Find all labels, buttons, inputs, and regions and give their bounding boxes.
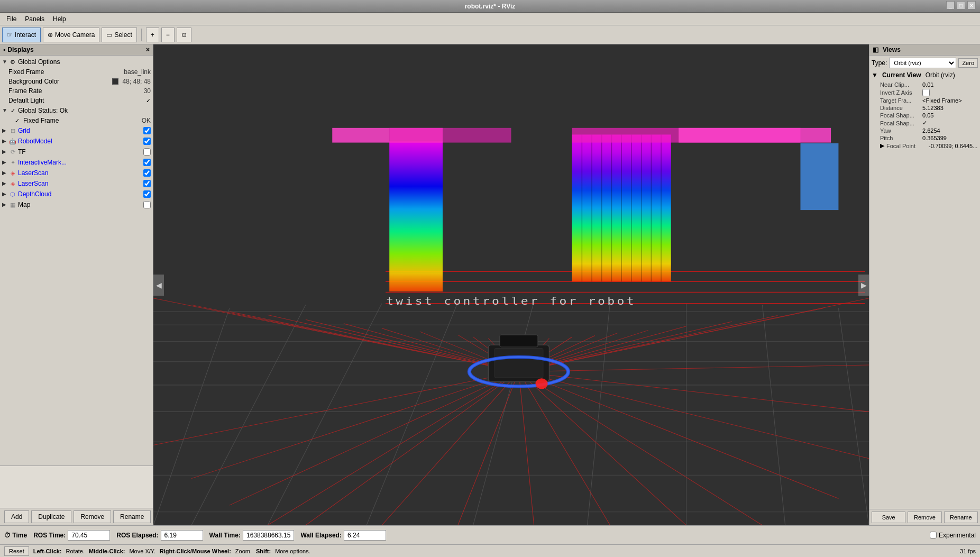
- viewport-arrow-left[interactable]: ◀: [153, 275, 164, 296]
- global-options-icon: ⚙: [8, 58, 17, 66]
- prop-focal-point[interactable]: ▶ Focal Point -0.70099; 0.6445...: [872, 142, 978, 150]
- time-header: ⏱ Time: [4, 532, 27, 539]
- map-row[interactable]: ▶ ▦ Map: [0, 199, 153, 210]
- views-save-button[interactable]: Save: [872, 512, 905, 523]
- tf-checkbox[interactable]: [143, 148, 151, 156]
- remove-display-button[interactable]: Remove: [74, 510, 111, 523]
- 3d-viewport[interactable]: twist controller for robot ◀ ▶: [153, 44, 869, 525]
- select-button[interactable]: ▭ Select: [102, 28, 136, 42]
- laserscan2-label: LaserScan: [18, 180, 141, 187]
- robotmodel-label: RobotModel: [18, 138, 141, 145]
- displays-close-icon[interactable]: ×: [146, 46, 150, 53]
- views-remove-button[interactable]: Remove: [908, 512, 941, 523]
- global-status-label: Global Status: Ok: [18, 107, 151, 114]
- menu-panels[interactable]: Panels: [21, 14, 49, 24]
- add-display-button[interactable]: Add: [4, 510, 29, 523]
- tf-icon: ⟳: [8, 148, 17, 156]
- global-options-expand[interactable]: ▼: [2, 59, 8, 65]
- zoom-out-button[interactable]: −: [161, 28, 175, 42]
- views-rename-button[interactable]: Rename: [944, 512, 978, 523]
- right-click-desc: Zoom.: [235, 548, 252, 554]
- grid-checkbox[interactable]: [143, 127, 151, 134]
- laserscan1-icon: ◈: [8, 169, 17, 177]
- reset-button[interactable]: Reset: [4, 546, 29, 556]
- displays-bottom-area: [0, 465, 153, 508]
- laserscan1-checkbox[interactable]: [143, 169, 151, 177]
- frame-rate-row[interactable]: Frame Rate 30: [0, 86, 153, 96]
- views-zero-button[interactable]: Zero: [958, 58, 978, 68]
- laserscan1-expand[interactable]: ▶: [2, 170, 8, 176]
- interactivemark-row[interactable]: ▶ ✦ InteractiveMark...: [0, 157, 153, 168]
- menu-help[interactable]: Help: [49, 14, 70, 24]
- distance-value: 5.12383: [922, 105, 978, 111]
- robotmodel-row[interactable]: ▶ 🤖 RobotModel: [0, 136, 153, 147]
- maximize-btn[interactable]: □: [957, 1, 965, 10]
- select-icon: ▭: [106, 31, 112, 39]
- tf-label: TF: [18, 148, 141, 156]
- pitch-value: 0.365399: [922, 135, 978, 141]
- gs-fixed-frame-row[interactable]: ✓ Fixed Frame OK: [0, 116, 153, 125]
- focal-shape1-label: Focal Shap...: [880, 112, 922, 118]
- map-expand[interactable]: ▶: [2, 202, 8, 208]
- robotmodel-expand[interactable]: ▶: [2, 138, 8, 144]
- tf-row[interactable]: ▶ ⟳ TF: [0, 147, 153, 157]
- laserscan2-checkbox[interactable]: [143, 180, 151, 187]
- interactivemark-expand[interactable]: ▶: [2, 159, 8, 166]
- grid-row[interactable]: ▶ ⊞ Grid: [0, 125, 153, 136]
- viewport-arrow-right[interactable]: ▶: [858, 275, 869, 296]
- interactivemark-checkbox[interactable]: [143, 159, 151, 166]
- views-panel-title: Views: [883, 46, 977, 53]
- bg-color-row[interactable]: Background Color 48; 48; 48: [0, 77, 153, 86]
- minimize-btn[interactable]: _: [946, 1, 955, 10]
- laserscan1-row[interactable]: ▶ ◈ LaserScan: [0, 168, 153, 178]
- views-type-select[interactable]: Orbit (rviz): [889, 58, 956, 68]
- invert-z-checkbox[interactable]: [922, 89, 930, 96]
- experimental-field: Experimental: [930, 532, 976, 539]
- global-status-row[interactable]: ▼ ✓ Global Status: Ok: [0, 105, 153, 116]
- window-title: robot.rviz* - RViz: [465, 3, 516, 10]
- robotmodel-checkbox[interactable]: [143, 138, 151, 145]
- depthcloud-checkbox[interactable]: [143, 190, 151, 198]
- map-icon: ▦: [8, 200, 17, 209]
- global-options-row[interactable]: ▼ ⚙ Global Options: [0, 57, 153, 67]
- invert-z-label: Invert Z Axis: [880, 89, 922, 96]
- rename-display-button[interactable]: Rename: [113, 510, 151, 523]
- svg-rect-76: [679, 128, 831, 143]
- middle-click-label: Middle-Click:: [89, 548, 125, 554]
- yaw-label: Yaw: [880, 127, 922, 134]
- ros-time-label: ROS Time:: [33, 532, 66, 539]
- menu-file[interactable]: File: [2, 14, 21, 24]
- close-btn[interactable]: ×: [967, 1, 976, 10]
- laserscan2-expand[interactable]: ▶: [2, 180, 8, 187]
- zoom-in-button[interactable]: +: [146, 28, 159, 42]
- move-camera-button[interactable]: ⊕ Move Camera: [43, 28, 99, 42]
- default-light-row[interactable]: Default Light ✓: [0, 96, 153, 105]
- global-options-label: Global Options: [18, 58, 151, 66]
- svg-rect-64: [389, 128, 511, 143]
- depthcloud-row[interactable]: ▶ ⬡ DepthCloud: [0, 189, 153, 199]
- current-view-expand[interactable]: ▼: [872, 71, 878, 79]
- map-checkbox[interactable]: [143, 201, 151, 208]
- wall-elapsed-field: Wall Elapsed: 6.24: [300, 530, 386, 541]
- grid-expand[interactable]: ▶: [2, 127, 8, 134]
- laserscan2-row[interactable]: ▶ ◈ LaserScan: [0, 178, 153, 189]
- tf-expand[interactable]: ▶: [2, 149, 8, 155]
- prop-focal-shape2: Focal Shap... ✓: [872, 119, 978, 127]
- global-status-icon: ✓: [8, 106, 17, 115]
- depthcloud-expand[interactable]: ▶: [2, 191, 8, 197]
- depthcloud-label: DepthCloud: [18, 190, 141, 198]
- focus-button[interactable]: ⊙: [177, 28, 191, 42]
- map-label: Map: [18, 201, 141, 208]
- fixed-frame-row[interactable]: Fixed Frame base_link: [0, 67, 153, 77]
- interact-button[interactable]: ☞ Interact: [2, 28, 41, 42]
- interactivemark-icon: ✦: [8, 158, 17, 167]
- prop-near-clip: Near Clip... 0.01: [872, 81, 978, 88]
- prop-invert-z: Invert Z Axis: [872, 88, 978, 97]
- focal-point-value: -0.70099; 0.6445...: [929, 143, 978, 149]
- target-frame-value: <Fixed Frame>: [922, 97, 978, 104]
- experimental-checkbox[interactable]: [930, 532, 937, 538]
- focal-point-expand[interactable]: ▶: [880, 142, 884, 149]
- duplicate-display-button[interactable]: Duplicate: [31, 510, 71, 523]
- global-status-expand[interactable]: ▼: [2, 107, 8, 114]
- fixed-frame-label: Fixed Frame: [8, 68, 122, 76]
